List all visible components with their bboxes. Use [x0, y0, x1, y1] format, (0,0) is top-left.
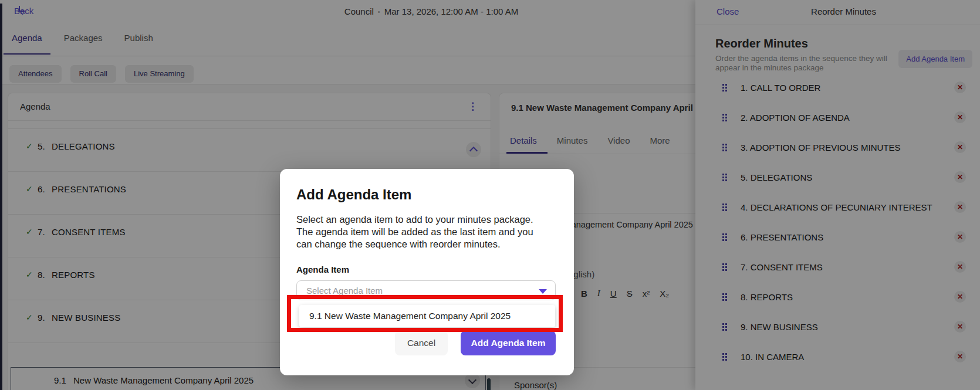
dropdown-option[interactable]: 9.1 New Waste Management Company April 2…	[299, 305, 555, 327]
modal-description: Select an agenda item to add to your min…	[296, 213, 542, 250]
cancel-button[interactable]: Cancel	[395, 331, 448, 355]
dropdown-arrow-icon	[539, 289, 547, 294]
select-placeholder: Select Agenda Item	[306, 286, 383, 296]
agenda-item-select[interactable]: Select Agenda Item	[296, 280, 556, 300]
agenda-item-field-label: Agenda Item	[296, 264, 349, 274]
dropdown-option-label: 9.1 New Waste Management Company April 2…	[309, 305, 511, 327]
add-agenda-item-modal: Add Agenda Item Select an agenda item to…	[280, 169, 574, 375]
modal-add-agenda-item-button[interactable]: Add Agenda Item	[461, 331, 556, 355]
modal-title: Add Agenda Item	[296, 186, 411, 203]
